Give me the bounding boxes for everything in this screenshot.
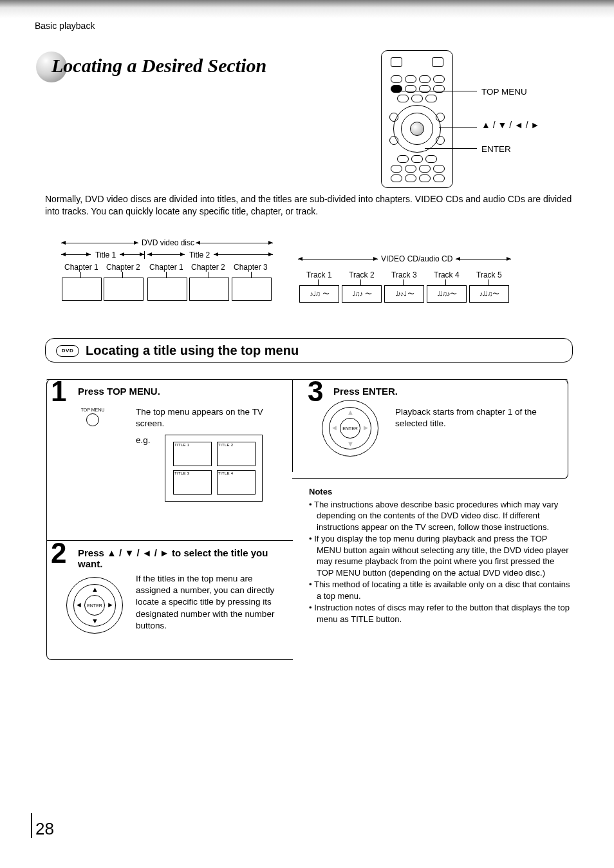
step-1: 1 Press TOP MENU. TOP MENU The top menu … <box>47 379 293 540</box>
dvd-t2-ch1: Chapter 1 <box>149 263 183 272</box>
step-3-heading: Press ENTER. <box>333 386 561 397</box>
dvd-badge-icon: DVD <box>56 345 79 357</box>
top-menu-icon-label: TOP MENU <box>81 408 105 412</box>
step-2-text: If the titles in the top menu are assign… <box>136 573 286 632</box>
note-item: If you display the top menu during playb… <box>309 533 572 578</box>
dvd-title-2-label: Title 2 <box>189 250 210 259</box>
step-2-number: 2 <box>51 537 66 569</box>
cd-structure-diagram: VIDEO CD/audio CD Track 1 Track 2 Track … <box>296 252 515 309</box>
dvd-structure-diagram: DVD video disc Title 1 Title 2 Chapter 1… <box>59 235 275 309</box>
breadcrumb: Basic playback <box>35 21 95 31</box>
step-2-heading: Press ▲ / ▼ / ◄ / ► to select the title … <box>78 547 286 569</box>
step-3-number: 3 <box>308 375 323 408</box>
dpad-enter-center: ENTER <box>340 418 360 439</box>
track-2-label: Track 2 <box>349 270 375 279</box>
track-5-label: Track 5 <box>476 270 502 279</box>
cd-disc-label: VIDEO CD/audio CD <box>381 254 452 263</box>
track-1-label: Track 1 <box>306 270 332 279</box>
notes-heading: Notes <box>309 486 572 498</box>
section-title: Locating a title using the top menu <box>86 343 299 358</box>
dpad-center-label: ENTER <box>84 595 105 616</box>
dvd-title-1-label: Title 1 <box>95 250 116 259</box>
tv-screen-example: TITLE 1 TITLE 2 TITLE 3 TITLE 4 <box>165 435 263 502</box>
note-item: Instruction notes of discs may refer to … <box>309 602 572 625</box>
dvd-t1-ch2: Chapter 2 <box>106 263 140 272</box>
step-1-heading: Press TOP MENU. <box>78 386 286 397</box>
dvd-t2-ch2: Chapter 2 <box>191 263 225 272</box>
eg-title-3: TITLE 3 <box>174 471 189 475</box>
intro-text: Normally, DVD video discs are divided in… <box>45 193 573 218</box>
page-number-bar <box>31 813 32 838</box>
step-1-eg-label: e.g. <box>136 435 151 446</box>
note-item: The instructions above describe basic pr… <box>309 499 572 533</box>
notes-section: Notes The instructions above describe ba… <box>309 486 572 626</box>
step-3: 3 Press ENTER. ENTER ▲ ▼ ◄ ► Playback st… <box>292 379 568 478</box>
dvd-t2-ch3: Chapter 3 <box>234 263 268 272</box>
eg-title-4: TITLE 4 <box>218 471 233 475</box>
section-heading: DVD Locating a title using the top menu <box>45 338 573 363</box>
step-1-text: The top menu appears on the TV screen. <box>136 406 283 429</box>
remote-label-topmenu: TOP MENU <box>481 87 527 97</box>
dpad-enter-icon: ENTER ▲ ▼ ◄ ► <box>322 400 378 457</box>
remote-label-arrows: ▲ / ▼ / ◄ / ► <box>481 120 539 130</box>
step-2: 2 Press ▲ / ▼ / ◄ / ► to select the titl… <box>47 540 293 659</box>
remote-diagram <box>381 50 453 188</box>
remote-label-enter: ENTER <box>481 144 511 154</box>
top-menu-button-icon: TOP MENU <box>75 408 110 426</box>
dvd-t1-ch1: Chapter 1 <box>64 263 98 272</box>
note-item: This method of locating a title is avail… <box>309 579 572 601</box>
dpad-icon: ENTER ▲ ▼ ◄ ► <box>66 577 123 634</box>
eg-title-2: TITLE 2 <box>218 443 233 447</box>
page-title: Locating a Desired Section <box>51 55 266 77</box>
track-4-label: Track 4 <box>434 270 460 279</box>
eg-title-1: TITLE 1 <box>174 443 189 447</box>
page-number: 28 <box>35 819 54 839</box>
track-3-label: Track 3 <box>391 270 417 279</box>
dvd-disc-label: DVD video disc <box>142 238 194 247</box>
step-3-text: Playback starts from chapter 1 of the se… <box>395 406 552 429</box>
